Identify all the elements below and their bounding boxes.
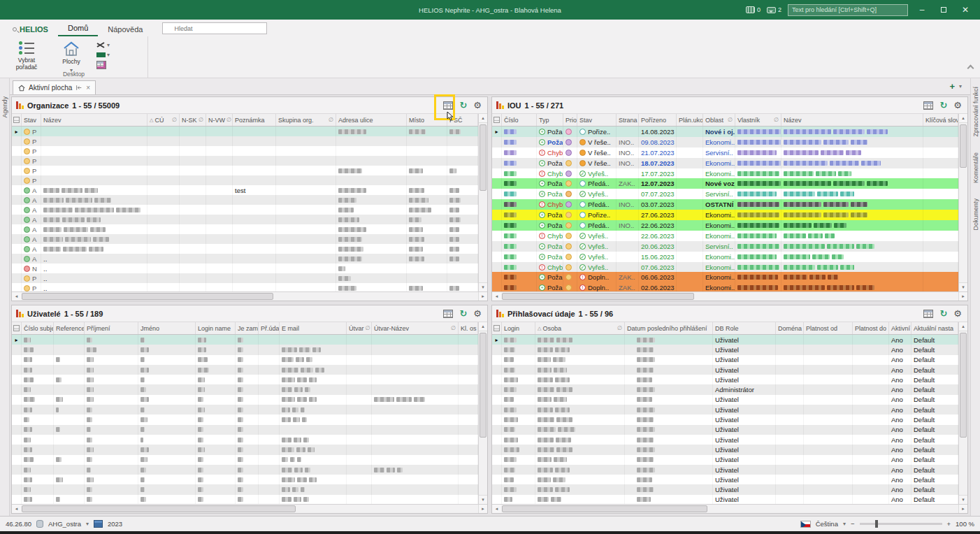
table-row[interactable] [12, 475, 487, 484]
language-selector[interactable]: Čeština [816, 520, 838, 528]
column-header[interactable]: Místo [407, 114, 447, 126]
horizontal-scrollbar[interactable]: ◂▸ [492, 504, 967, 513]
row-selector[interactable] [492, 199, 502, 210]
row-selector[interactable] [12, 484, 22, 494]
table-row[interactable]: +Poža..!Dopln..ZAK..02.06.2023Ekonomi.. [492, 282, 967, 291]
period-selector[interactable]: 2023 [108, 520, 122, 528]
zoom-slider[interactable] [860, 523, 942, 525]
row-selector[interactable] [492, 168, 502, 179]
column-header[interactable]: Stav [577, 114, 617, 126]
row-selector[interactable] [492, 137, 502, 147]
column-header[interactable]: Číslo subjek [22, 322, 54, 334]
table-row[interactable]: UživatelAnoDefault [492, 345, 967, 354]
row-selector[interactable] [492, 475, 502, 484]
table-row[interactable]: !Chyba✓Vyřeš..07.06.2023Ekonomi.. [492, 262, 967, 273]
table-row[interactable]: UživatelAnoDefault [492, 365, 967, 375]
column-header[interactable]: Je zamě [236, 322, 259, 334]
table-row[interactable]: A [12, 234, 487, 244]
scroll-up-button[interactable]: ▴ [959, 322, 967, 331]
table-row[interactable]: P [12, 146, 487, 156]
row-selector[interactable] [12, 136, 22, 146]
table-row[interactable]: +Poža..Předá..INO..22.06.2023Ekonomi.. [492, 220, 967, 231]
row-selector[interactable] [12, 234, 22, 244]
row-selector[interactable] [492, 425, 502, 435]
table-row[interactable]: N.. [12, 264, 487, 273]
scroll-right-button[interactable]: ▸ [958, 505, 967, 513]
scrollbar-thumb[interactable] [22, 293, 273, 300]
row-selector[interactable] [492, 405, 502, 414]
column-header[interactable]: PSČ [447, 114, 478, 126]
table-row[interactable]: A [12, 195, 487, 205]
table-row[interactable]: UživatelAnoDefault [492, 375, 967, 384]
vertical-scrollbar[interactable]: ▴▾ [958, 114, 967, 291]
scrollbar-thumb[interactable] [502, 505, 707, 512]
row-selector[interactable] [492, 272, 502, 282]
global-search-input[interactable] [788, 4, 908, 16]
zoom-slider-knob[interactable] [875, 520, 878, 528]
table-row[interactable]: A [12, 224, 487, 234]
row-selector[interactable] [492, 158, 502, 168]
table-row[interactable]: P [12, 156, 487, 166]
table-row[interactable] [12, 384, 487, 394]
scroll-right-button[interactable]: ▸ [958, 292, 967, 301]
zoom-in-button[interactable]: + [947, 520, 951, 528]
table-row[interactable]: P.. [12, 273, 487, 283]
settings-gear-icon[interactable]: ⚙ [953, 101, 962, 110]
settings-gear-icon[interactable]: ⚙ [473, 309, 482, 318]
table-row[interactable] [12, 484, 487, 494]
table-row[interactable]: +Poža..✓Vyřeš..20.06.2023Servisní.. [492, 241, 967, 252]
scrollbar-track[interactable] [501, 292, 958, 301]
row-selector[interactable] [12, 375, 22, 384]
scroll-left-button[interactable]: ◂ [12, 292, 21, 301]
table-row[interactable]: +Poža..✓Vyřeš..07.07.2023Servisní.. [492, 189, 967, 199]
row-selector[interactable] [12, 345, 22, 354]
table-row[interactable]: ▸UživatelAnoDefault [492, 335, 967, 345]
table-row[interactable] [12, 405, 487, 414]
color-scheme-button[interactable]: ▾ [96, 52, 110, 58]
scroll-left-button[interactable]: ◂ [492, 505, 501, 513]
table-row[interactable]: UživatelAnoDefault [492, 465, 967, 475]
windows-badge[interactable]: 0 [746, 6, 761, 13]
dock-left-icon[interactable] [75, 85, 82, 91]
scroll-up-button[interactable]: ▴ [959, 114, 967, 123]
column-header[interactable]: Platnost do [853, 322, 889, 334]
add-tab-button[interactable]: + [949, 81, 955, 92]
row-selector[interactable] [12, 283, 22, 291]
scroll-left-button[interactable]: ◂ [492, 292, 501, 301]
row-selector[interactable] [492, 384, 502, 394]
row-selector-header[interactable] [12, 114, 22, 126]
row-selector[interactable] [492, 395, 502, 405]
row-selector[interactable] [12, 355, 22, 365]
table-row[interactable] [12, 455, 487, 465]
row-selector[interactable] [492, 345, 502, 354]
row-selector[interactable] [12, 195, 22, 205]
scrollbar-thumb[interactable] [502, 293, 694, 300]
table-row[interactable]: !Chyba✓Vyřeš..17.07.2023Ekonomi.. [492, 168, 967, 179]
row-selector[interactable]: ▸ [492, 335, 502, 345]
table-row[interactable] [12, 355, 487, 365]
column-header[interactable]: Příjmení [85, 322, 138, 334]
maximize-button[interactable] [936, 7, 951, 13]
table-row[interactable]: P [12, 175, 487, 185]
row-selector[interactable] [492, 414, 502, 424]
column-header[interactable]: Jméno [138, 322, 196, 334]
row-selector[interactable] [12, 215, 22, 224]
row-selector[interactable] [492, 435, 502, 445]
row-selector[interactable] [12, 425, 22, 435]
column-header[interactable]: E mail [280, 322, 347, 334]
row-selector[interactable] [492, 355, 502, 365]
column-header[interactable]: N-VW∅ [206, 114, 233, 126]
table-row[interactable]: P.. [12, 283, 487, 291]
column-header[interactable]: △CÚ∅ [147, 114, 180, 126]
row-selector[interactable] [492, 262, 502, 273]
row-selector[interactable] [12, 156, 22, 166]
horizontal-scrollbar[interactable]: ◂▸ [12, 504, 487, 513]
table-row[interactable]: +Poža..Předá..ZAK..12.07.2023Nové vozy [492, 178, 967, 189]
row-selector[interactable] [492, 282, 502, 291]
refresh-icon[interactable]: ↻ [939, 101, 947, 110]
column-header[interactable]: △Osoba∅ [535, 322, 625, 334]
column-header[interactable]: Aktuální nasta [911, 322, 958, 334]
ribbon-tab-domu[interactable]: Domů [58, 22, 98, 36]
table-row[interactable]: +Poža..Pořize..27.06.2023Ekonomi.. [492, 210, 967, 220]
column-header[interactable]: Login [502, 322, 535, 334]
